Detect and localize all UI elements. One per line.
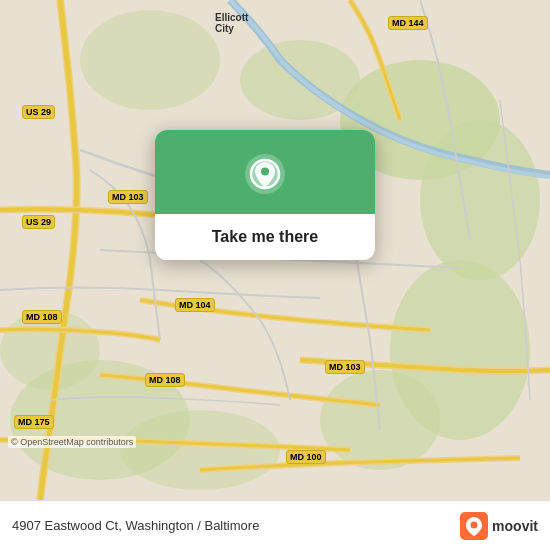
moovit-text: moovit <box>492 518 538 534</box>
address-text: 4907 Eastwood Ct, Washington / Baltimore <box>12 518 259 533</box>
svg-point-2 <box>420 120 540 280</box>
popup-top <box>155 130 375 214</box>
shield-md144: MD 144 <box>388 16 428 30</box>
shield-md103-right: MD 103 <box>325 360 365 374</box>
svg-point-14 <box>471 521 478 528</box>
svg-point-7 <box>120 410 280 490</box>
bottom-bar: 4907 Eastwood Ct, Washington / Baltimore… <box>0 500 550 550</box>
map-container: US 29 US 29 MD 103 MD 104 MD 108 MD 108 … <box>0 0 550 500</box>
svg-point-9 <box>80 10 220 110</box>
popup-card: Take me there <box>155 130 375 260</box>
take-me-there-button[interactable]: Take me there <box>155 214 375 260</box>
shield-md108-lower: MD 108 <box>145 373 185 387</box>
shield-md103-left: MD 103 <box>108 190 148 204</box>
svg-point-12 <box>261 168 269 176</box>
ellicott-city-label: EllicottCity <box>215 12 248 34</box>
shield-md100: MD 100 <box>286 450 326 464</box>
svg-point-6 <box>320 370 440 470</box>
moovit-logo: moovit <box>460 512 538 540</box>
shield-md175: MD 175 <box>14 415 54 429</box>
copyright-text: © OpenStreetMap contributors <box>8 436 136 448</box>
moovit-icon <box>460 512 488 540</box>
shield-us29-top: US 29 <box>22 105 55 119</box>
shield-us29-mid: US 29 <box>22 215 55 229</box>
shield-md104: MD 104 <box>175 298 215 312</box>
shield-md108-left: MD 108 <box>22 310 62 324</box>
location-pin-icon <box>243 152 287 196</box>
